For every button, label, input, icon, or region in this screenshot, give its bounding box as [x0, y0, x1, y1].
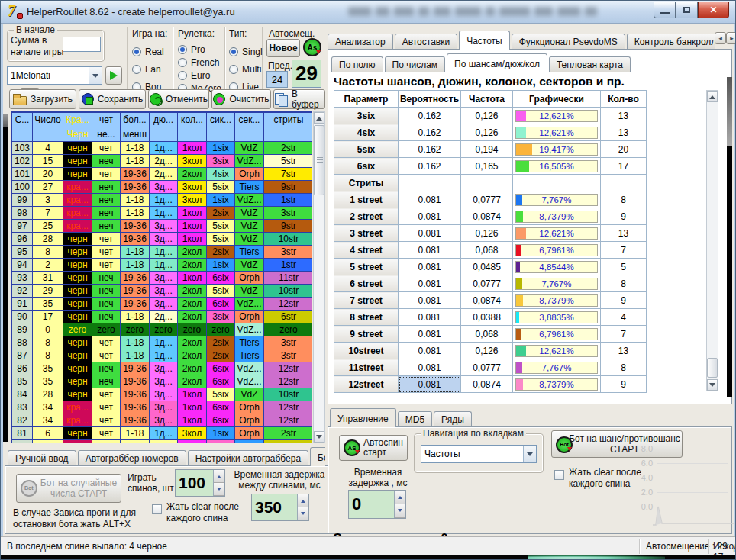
- history-cell[interactable]: 1кол: [178, 388, 207, 401]
- spin-index-cell[interactable]: 103: [12, 142, 33, 155]
- frequency-cell[interactable]: 0,126: [461, 108, 513, 124]
- freq-scrollbar[interactable]: [706, 90, 718, 391]
- tab-scroll-right-icon[interactable]: ▸: [726, 32, 736, 44]
- history-cell[interactable]: 10str: [264, 388, 313, 401]
- history-cell[interactable]: чет: [92, 388, 121, 401]
- history-cell[interactable]: черн: [63, 168, 92, 181]
- history-cell[interactable]: 19-36: [121, 401, 150, 414]
- history-cell[interactable]: кра...: [63, 440, 92, 444]
- spin-index-cell[interactable]: 98: [12, 207, 33, 220]
- bar-cell[interactable]: 7,767%: [513, 275, 601, 292]
- history-cell[interactable]: 1кол: [178, 220, 207, 233]
- history-cell[interactable]: 1-18: [121, 427, 150, 440]
- spin-down-icon[interactable]: [395, 504, 405, 518]
- scroll-up-icon[interactable]: [707, 91, 718, 102]
- play-button[interactable]: [105, 66, 122, 85]
- spin-up-icon[interactable]: [395, 491, 405, 504]
- history-cell[interactable]: 12str: [264, 362, 313, 375]
- count-cell[interactable]: 17: [601, 158, 647, 175]
- history-cell[interactable]: 1д...: [150, 259, 178, 272]
- history-cell[interactable]: 5six: [207, 233, 235, 246]
- history-cell[interactable]: 19-36: [121, 233, 150, 246]
- history-cell[interactable]: 3str: [264, 246, 313, 259]
- param-cell[interactable]: 5 street: [334, 259, 399, 275]
- history-cell[interactable]: VdZ...: [235, 298, 264, 311]
- number-cell[interactable]: 16: [33, 440, 63, 444]
- history-cell[interactable]: неч: [92, 207, 121, 220]
- param-cell[interactable]: 9 street: [334, 326, 399, 343]
- probability-cell[interactable]: 0.162: [399, 141, 461, 158]
- count-cell[interactable]: 5: [601, 259, 647, 275]
- number-cell[interactable]: 28: [33, 388, 63, 401]
- history-cell[interactable]: 19-36: [121, 362, 150, 375]
- history-cell[interactable]: 5six: [207, 285, 235, 298]
- spin-index-cell[interactable]: 89: [12, 323, 33, 336]
- history-cell[interactable]: 12str: [264, 298, 313, 311]
- spin-index-cell[interactable]: 84: [12, 388, 33, 401]
- history-cell[interactable]: 19-36: [121, 181, 150, 194]
- frequency-cell[interactable]: 0,126: [461, 343, 513, 359]
- radio-option-Singl[interactable]: Singl: [229, 43, 264, 60]
- history-cell[interactable]: Orph: [235, 168, 264, 181]
- history-cell[interactable]: 2str: [264, 427, 313, 440]
- probability-cell[interactable]: 0.081: [399, 376, 461, 393]
- history-cell[interactable]: 1д...: [150, 194, 178, 207]
- history-cell[interactable]: 1д...: [150, 246, 178, 259]
- history-cell[interactable]: 4six: [207, 168, 235, 181]
- number-cell[interactable]: 28: [33, 233, 63, 246]
- history-cell[interactable]: 2six: [207, 246, 235, 259]
- number-cell[interactable]: 17: [33, 311, 63, 323]
- spin-index-cell[interactable]: 80: [12, 440, 33, 444]
- param-cell[interactable]: 3 street: [334, 225, 399, 242]
- spin-index-cell[interactable]: 96: [12, 233, 33, 246]
- scroll-down-icon[interactable]: [314, 431, 324, 443]
- chance-bot-button[interactable]: Bot Бот на шанс/противошанс СТАРТ: [551, 430, 683, 458]
- tab-Ручной ввод[interactable]: Ручной ввод: [8, 450, 76, 466]
- history-cell[interactable]: 2д...: [150, 168, 178, 181]
- spin-down-icon[interactable]: [298, 507, 308, 520]
- history-cell[interactable]: 3д...: [150, 375, 178, 388]
- param-cell[interactable]: 1 street: [334, 191, 399, 208]
- history-cell[interactable]: 19-36: [121, 298, 150, 311]
- history-cell[interactable]: 19-36: [121, 388, 150, 401]
- history-cell[interactable]: 3д...: [150, 298, 178, 311]
- tab-Функционал PsevdoMS[interactable]: Функционал PsevdoMS: [512, 34, 625, 50]
- history-cell[interactable]: черн: [63, 388, 92, 401]
- radio-icon[interactable]: [178, 71, 187, 80]
- bar-cell[interactable]: 4,8544%: [513, 259, 601, 275]
- history-cell[interactable]: черн: [63, 142, 92, 155]
- spin-index-cell[interactable]: 94: [12, 259, 33, 272]
- scrollbar-thumb[interactable]: [707, 358, 718, 378]
- undo-button[interactable]: Отменить: [148, 89, 209, 109]
- frequency-cell[interactable]: 0,0777: [461, 191, 513, 208]
- history-cell[interactable]: 1-18: [121, 246, 150, 259]
- history-cell[interactable]: 1кол: [178, 401, 207, 414]
- history-cell[interactable]: черн: [63, 246, 92, 259]
- checkbox-icon[interactable]: [554, 470, 564, 480]
- spin-index-cell[interactable]: 91: [12, 298, 33, 311]
- history-cell[interactable]: неч: [92, 298, 121, 311]
- spin-up-icon[interactable]: [214, 470, 224, 483]
- history-cell[interactable]: 19-36: [121, 285, 150, 298]
- radio-option-Pro[interactable]: Pro: [178, 43, 224, 56]
- history-cell[interactable]: неч: [92, 181, 121, 194]
- history-cell[interactable]: Orph: [235, 401, 264, 414]
- history-cell[interactable]: 12str: [264, 414, 313, 427]
- count-cell[interactable]: 9: [601, 208, 647, 225]
- history-cell[interactable]: 1кол: [178, 142, 207, 155]
- count-cell[interactable]: 13: [601, 225, 647, 242]
- scrollbar-thumb[interactable]: [314, 125, 324, 195]
- spin-index-cell[interactable]: 90: [12, 311, 33, 323]
- history-cell[interactable]: черн: [63, 155, 92, 168]
- history-cell[interactable]: 19-36: [121, 375, 150, 388]
- tab-Настройки автограббера[interactable]: Настройки автограббера: [188, 450, 308, 466]
- scroll-down-icon[interactable]: [707, 379, 718, 391]
- history-cell[interactable]: Orph: [235, 414, 264, 427]
- spin-index-cell[interactable]: 87: [12, 349, 33, 362]
- history-cell[interactable]: кра...: [63, 181, 92, 194]
- random-bot-button[interactable]: Bot Бот на случайныечисла СТАРТ: [16, 474, 121, 503]
- as-badge-icon[interactable]: As: [303, 38, 321, 56]
- number-cell[interactable]: 35: [33, 375, 63, 388]
- history-cell[interactable]: 9str: [264, 220, 313, 233]
- param-cell[interactable]: 7 street: [334, 292, 399, 309]
